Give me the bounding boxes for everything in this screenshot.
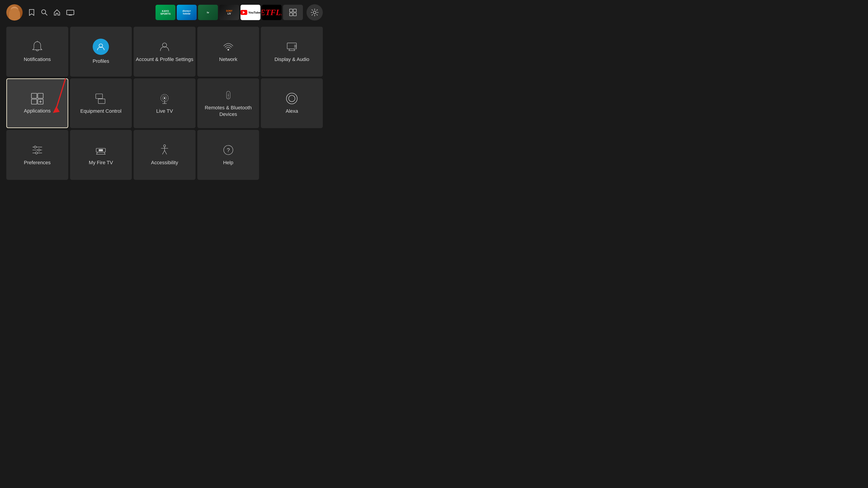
svg-point-0 bbox=[41, 10, 46, 14]
accessibility-icon bbox=[158, 144, 171, 156]
app-kayo[interactable]: KAYOSPORTS bbox=[156, 5, 176, 20]
tv-icon[interactable] bbox=[66, 9, 74, 16]
help-icon: ? bbox=[222, 144, 235, 156]
app-grid-tile[interactable] bbox=[283, 5, 303, 20]
svg-rect-13 bbox=[287, 43, 297, 49]
account-icon bbox=[158, 40, 171, 53]
my-fire-tv-label: My Fire TV bbox=[89, 160, 113, 166]
app-hotstar[interactable]: disney+hotstar bbox=[177, 5, 197, 20]
notifications-label: Notifications bbox=[24, 56, 51, 63]
grid-item-help[interactable]: ? Help bbox=[197, 130, 259, 180]
svg-point-38 bbox=[228, 95, 229, 96]
svg-point-12 bbox=[228, 49, 229, 51]
grid-item-network[interactable]: Network bbox=[197, 27, 259, 76]
svg-point-47 bbox=[38, 149, 40, 151]
svg-rect-22 bbox=[31, 93, 37, 98]
network-label: Network bbox=[219, 56, 237, 63]
accessibility-label: Accessibility bbox=[151, 160, 178, 166]
grid-item-applications[interactable]: Applications bbox=[6, 78, 68, 128]
avatar[interactable] bbox=[6, 4, 23, 21]
app-sonyliv[interactable]: SONYLIV bbox=[219, 5, 239, 20]
app-youtube[interactable]: YouTube bbox=[241, 5, 260, 20]
display-audio-label: Display & Audio bbox=[274, 56, 309, 63]
account-label: Account & Profile Settings bbox=[136, 56, 193, 63]
svg-line-57 bbox=[162, 151, 164, 154]
remotes-label: Remotes & Bluetooth Devices bbox=[197, 105, 259, 118]
applications-label: Applications bbox=[24, 108, 51, 114]
apps-icon bbox=[31, 92, 44, 105]
svg-rect-28 bbox=[96, 94, 103, 98]
grid-item-remotes[interactable]: Remotes & Bluetooth Devices bbox=[197, 78, 259, 128]
profiles-label: Profiles bbox=[93, 58, 109, 65]
svg-line-51 bbox=[104, 152, 105, 154]
profile-icon bbox=[93, 39, 109, 55]
svg-rect-24 bbox=[31, 99, 37, 104]
svg-line-58 bbox=[164, 151, 166, 154]
app-netflix[interactable]: NETFLIX bbox=[262, 5, 282, 20]
help-label: Help bbox=[223, 160, 233, 166]
svg-point-40 bbox=[228, 98, 228, 98]
remote-icon bbox=[224, 89, 233, 101]
svg-point-48 bbox=[35, 152, 37, 154]
wifi-icon bbox=[222, 40, 235, 53]
bell-icon bbox=[31, 40, 43, 53]
monitor-icon bbox=[94, 92, 107, 105]
svg-point-39 bbox=[228, 96, 228, 97]
svg-rect-6 bbox=[289, 13, 292, 16]
top-bar: KAYOSPORTS disney+hotstar tv SONYLIV You… bbox=[0, 0, 329, 25]
svg-point-54 bbox=[163, 145, 165, 147]
live-tv-label: Live TV bbox=[156, 108, 173, 115]
display-icon bbox=[285, 40, 298, 53]
firetv-icon bbox=[94, 144, 107, 156]
svg-rect-53 bbox=[99, 149, 103, 151]
app-britbox[interactable]: tv bbox=[198, 5, 218, 20]
settings-grid: Notifications Profiles Account & Profile… bbox=[0, 25, 329, 184]
svg-line-50 bbox=[97, 152, 98, 154]
svg-point-11 bbox=[162, 43, 167, 47]
svg-line-14 bbox=[289, 49, 290, 51]
svg-line-1 bbox=[45, 13, 47, 15]
bookmark-icon[interactable] bbox=[28, 8, 35, 16]
svg-point-8 bbox=[313, 11, 316, 14]
svg-rect-23 bbox=[38, 93, 43, 98]
preferences-label: Preferences bbox=[24, 160, 51, 166]
grid-item-notifications[interactable]: Notifications bbox=[6, 27, 68, 76]
settings-button[interactable] bbox=[307, 4, 323, 21]
grid-item-profiles[interactable]: Profiles bbox=[70, 27, 132, 76]
svg-point-41 bbox=[286, 93, 297, 104]
grid-item-account[interactable]: Account & Profile Settings bbox=[133, 27, 195, 76]
grid-item-live-tv[interactable]: Live TV bbox=[133, 78, 195, 128]
svg-text:?: ? bbox=[227, 147, 230, 153]
grid-item-alexa[interactable]: Alexa bbox=[261, 78, 323, 128]
svg-point-42 bbox=[289, 95, 295, 102]
svg-line-20 bbox=[56, 79, 65, 108]
home-icon[interactable] bbox=[53, 9, 61, 16]
alexa-icon bbox=[285, 92, 298, 105]
grid-item-accessibility[interactable]: Accessibility bbox=[133, 130, 195, 180]
svg-marker-21 bbox=[53, 106, 60, 113]
nav-icons bbox=[28, 8, 74, 16]
svg-rect-7 bbox=[293, 13, 296, 16]
svg-point-46 bbox=[34, 146, 36, 148]
equipment-label: Equipment Control bbox=[80, 108, 121, 115]
svg-rect-5 bbox=[293, 9, 296, 12]
grid-item-my-fire-tv[interactable]: My Fire TV bbox=[70, 130, 132, 180]
sliders-icon bbox=[31, 144, 43, 156]
grid-item-preferences[interactable]: Preferences bbox=[6, 130, 68, 180]
search-icon[interactable] bbox=[41, 9, 48, 16]
alexa-label: Alexa bbox=[286, 108, 298, 115]
grid-item-equipment[interactable]: Equipment Control bbox=[70, 78, 132, 128]
grid-item-display-audio[interactable]: Display & Audio bbox=[261, 27, 323, 76]
empty-cell bbox=[261, 130, 323, 180]
antenna-icon bbox=[158, 92, 171, 105]
svg-rect-2 bbox=[67, 10, 74, 15]
svg-point-35 bbox=[164, 97, 165, 99]
svg-line-15 bbox=[294, 49, 295, 51]
svg-rect-4 bbox=[289, 9, 292, 12]
svg-rect-29 bbox=[98, 99, 105, 104]
app-shortcuts: KAYOSPORTS disney+hotstar tv SONYLIV You… bbox=[156, 5, 303, 20]
